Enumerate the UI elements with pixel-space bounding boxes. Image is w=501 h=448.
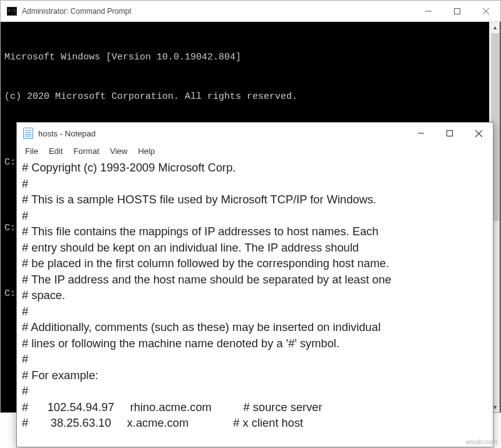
notepad-textarea[interactable]: # Copyright (c) 1993-2009 Microsoft Corp… xyxy=(17,160,493,431)
cmd-title: Administrator: Command Prompt xyxy=(22,7,132,16)
watermark: wsxdn.com xyxy=(466,439,497,445)
notepad-window-controls xyxy=(406,123,493,144)
svg-rect-1 xyxy=(455,8,460,14)
close-button[interactable] xyxy=(472,1,500,21)
svg-rect-5 xyxy=(447,131,453,136)
cmd-line: Microsoft Windows [Version 10.0.19042.80… xyxy=(4,51,497,64)
minimize-button[interactable] xyxy=(406,123,435,144)
maximize-button[interactable] xyxy=(443,1,472,21)
cmd-icon xyxy=(7,7,17,16)
maximize-button[interactable] xyxy=(435,123,464,144)
cmd-line: (c) 2020 Microsoft Corporation. All righ… xyxy=(4,90,497,103)
notepad-icon xyxy=(23,128,33,139)
close-button[interactable] xyxy=(464,123,493,144)
menu-help[interactable]: Help xyxy=(133,145,159,157)
minimize-button[interactable] xyxy=(414,1,443,21)
notepad-menubar: File Edit Format View Help xyxy=(17,144,493,160)
menu-view[interactable]: View xyxy=(106,145,132,157)
notepad-title: hosts - Notepad xyxy=(38,129,96,138)
notepad-titlebar[interactable]: hosts - Notepad xyxy=(17,123,493,144)
menu-format[interactable]: Format xyxy=(69,145,103,157)
cmd-window-controls xyxy=(414,1,500,21)
notepad-window: hosts - Notepad File Edit Format View He… xyxy=(16,122,493,447)
menu-file[interactable]: File xyxy=(21,145,43,157)
scroll-up-icon[interactable]: ▲ xyxy=(490,22,500,33)
menu-edit[interactable]: Edit xyxy=(44,145,67,157)
cmd-titlebar[interactable]: Administrator: Command Prompt xyxy=(1,1,500,22)
